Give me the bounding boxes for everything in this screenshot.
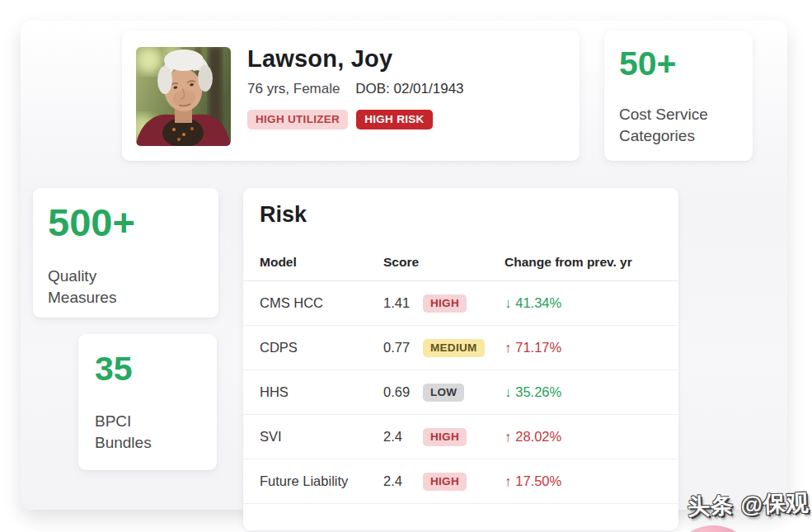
change-value: 35.26%: [515, 384, 561, 399]
risk-level-badge: HIGH: [423, 294, 467, 313]
quality-measures-card[interactable]: 500+ Quality Measures: [33, 188, 218, 318]
change-arrow-icon: ↓: [505, 384, 511, 399]
table-row[interactable]: CMS HCC 1.41 HIGH ↓41.34%: [243, 281, 678, 326]
bpci-bundles-card[interactable]: 35 BPCI Bundles: [78, 334, 217, 470]
column-model: Model: [260, 255, 383, 270]
table-row[interactable]: SVI 2.4 HIGH ↑28.02%: [243, 415, 678, 459]
model-cell: HHS: [260, 384, 383, 400]
model-cell: CMS HCC: [260, 295, 383, 311]
bpci-bundles-count: 35: [95, 352, 200, 386]
risk-level-badge: HIGH: [423, 428, 467, 446]
column-score: Score: [383, 255, 505, 270]
model-cell: CDPS: [260, 340, 383, 355]
page: { "patient": { "name": "Lawson, Joy", "a…: [0, 0, 812, 532]
patient-photo-illustration: [136, 47, 231, 146]
patient-dob: DOB: 02/01/1943: [355, 81, 463, 97]
score-cell: 2.4: [383, 473, 423, 489]
table-row[interactable]: HHS 0.69 LOW ↓35.26%: [243, 370, 678, 415]
risk-level-badge: LOW: [423, 384, 464, 402]
risk-card: Risk Model Score Change from prev. yr CM…: [243, 188, 678, 530]
score-cell: 0.77: [383, 340, 423, 355]
pink-decorative-blob: [670, 525, 756, 532]
dashboard-panel: Lawson, Joy 76 yrs, Female DOB: 02/01/19…: [21, 21, 787, 510]
watermark: 头条 @保观: [687, 487, 810, 521]
risk-table-body: CMS HCC 1.41 HIGH ↓41.34% CDPS 0.77 MEDI…: [243, 281, 678, 504]
patient-sex: Female: [293, 81, 340, 97]
risk-title: Risk: [243, 202, 678, 228]
change-value: 17.50%: [515, 473, 561, 488]
risk-level-badge: MEDIUM: [423, 339, 485, 357]
bpci-bundles-label: BPCI Bundles: [95, 411, 173, 454]
change-cell: ↑28.02%: [505, 429, 670, 445]
score-cell: 0.69: [383, 384, 423, 400]
change-value: 28.02%: [515, 429, 561, 444]
patient-meta: 76 yrs, Female DOB: 02/01/1943: [247, 81, 568, 97]
quality-measures-label: Quality Measures: [48, 266, 138, 308]
table-row[interactable]: Future Liability 2.4 HIGH ↑17.50%: [243, 459, 678, 504]
change-arrow-icon: ↓: [505, 295, 511, 310]
change-arrow-icon: ↑: [505, 429, 511, 444]
risk-table-header: Model Score Change from prev. yr: [243, 228, 678, 281]
table-row[interactable]: CDPS 0.77 MEDIUM ↑71.17%: [243, 326, 678, 370]
patient-photo: [136, 47, 231, 146]
high-utilizer-badge: HIGH UTILIZER: [247, 110, 348, 129]
model-cell: Future Liability: [260, 473, 383, 489]
change-value: 41.34%: [515, 295, 561, 310]
patient-age: 76 yrs,: [247, 81, 289, 97]
patient-name: Lawson, Joy: [247, 45, 568, 73]
change-arrow-icon: ↑: [505, 473, 511, 488]
change-cell: ↓41.34%: [505, 295, 670, 311]
model-cell: SVI: [260, 429, 383, 445]
patient-info: Lawson, Joy 76 yrs, Female DOB: 02/01/19…: [247, 45, 568, 129]
cost-service-categories-card[interactable]: 50+ Cost Service Categories: [604, 31, 753, 161]
column-change: Change from prev. yr: [505, 255, 665, 270]
quality-measures-count: 500+: [48, 203, 204, 242]
score-cell: 1.41: [383, 295, 423, 311]
patient-card[interactable]: Lawson, Joy 76 yrs, Female DOB: 02/01/19…: [122, 31, 580, 161]
patient-badges: HIGH UTILIZER HIGH RISK: [247, 110, 568, 129]
change-value: 71.17%: [515, 340, 561, 355]
change-cell: ↑71.17%: [505, 340, 670, 355]
change-cell: ↑17.50%: [505, 473, 670, 489]
cost-service-label: Cost Service Categories: [619, 104, 722, 147]
change-cell: ↓35.26%: [505, 384, 670, 400]
cost-service-count: 50+: [619, 47, 738, 81]
score-cell: 2.4: [383, 429, 423, 445]
change-arrow-icon: ↑: [505, 340, 511, 355]
risk-level-badge: HIGH: [423, 473, 467, 491]
high-risk-badge: HIGH RISK: [356, 110, 432, 129]
